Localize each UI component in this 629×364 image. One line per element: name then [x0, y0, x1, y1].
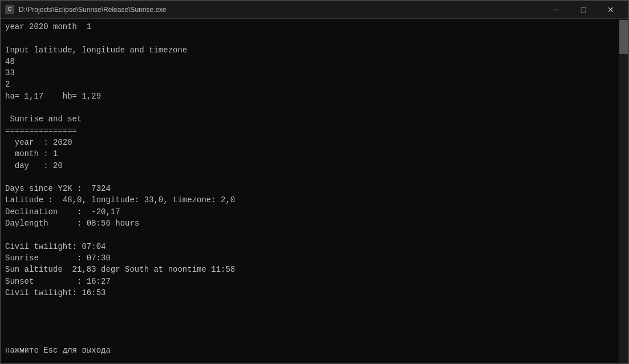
- window-title: D:\Projects\Eclipse\Sunrise\Release\Sunr…: [19, 6, 167, 14]
- title-bar: C D:\Projects\Eclipse\Sunrise\Release\Su…: [1, 1, 628, 19]
- title-bar-controls: ─ □ ✕: [543, 1, 624, 19]
- title-bar-left: C D:\Projects\Eclipse\Sunrise\Release\Su…: [5, 5, 167, 14]
- console-area: year 2020 month 1 Input latitude, longit…: [1, 19, 628, 363]
- minimize-button[interactable]: ─: [543, 1, 569, 19]
- console-output: year 2020 month 1 Input latitude, longit…: [1, 19, 619, 363]
- maximize-button[interactable]: □: [570, 1, 596, 19]
- app-icon: C: [5, 5, 14, 14]
- window: C D:\Projects\Eclipse\Sunrise\Release\Su…: [0, 0, 629, 364]
- close-button[interactable]: ✕: [598, 1, 624, 19]
- scrollbar-thumb[interactable]: [619, 20, 628, 54]
- scrollbar[interactable]: [619, 19, 628, 363]
